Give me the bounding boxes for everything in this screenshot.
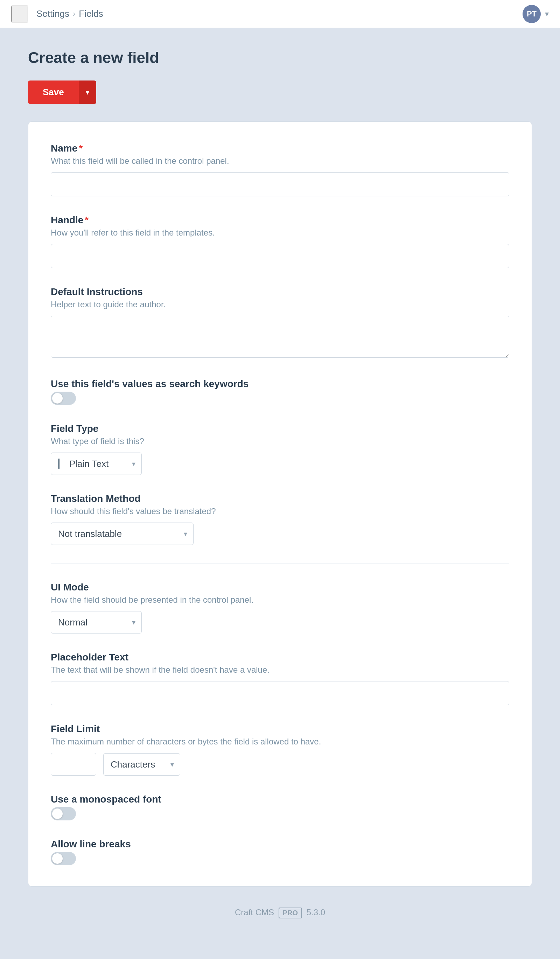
search-keywords-toggle[interactable] — [51, 392, 76, 405]
instructions-textarea[interactable] — [51, 316, 509, 358]
field-type-select[interactable]: Plain Text Rich Text Number Date Dropdow… — [51, 452, 142, 475]
field-type-label: Field Type — [51, 423, 509, 434]
ui-mode-select-wrap: Normal Large ▾ — [51, 611, 142, 634]
page-title: Create a new field — [28, 49, 532, 67]
monospaced-label: Use a monospaced font — [51, 794, 509, 805]
handle-hint: How you'll refer to this field in the te… — [51, 228, 509, 237]
toggle-slider — [51, 392, 76, 405]
field-limit-label: Field Limit — [51, 723, 509, 734]
save-dropdown-icon: ▾ — [86, 89, 89, 96]
topnav-right: PT ▾ — [523, 5, 549, 23]
footer-pro-badge: PRO — [278, 908, 302, 918]
name-label: Name* — [51, 143, 509, 154]
translation-method-hint: How should this field's values be transl… — [51, 507, 509, 516]
search-keywords-label: Use this field's values as search keywor… — [51, 378, 509, 390]
field-limit-unit-select[interactable]: Characters Bytes — [103, 753, 180, 776]
ui-mode-group: UI Mode How the field should be presente… — [51, 582, 509, 634]
name-field-group: Name* What this field will be called in … — [51, 143, 509, 196]
field-limit-unit-select-wrap: Characters Bytes ▾ — [103, 753, 180, 776]
line-breaks-toggle-wrap — [51, 852, 509, 865]
handle-input[interactable] — [51, 244, 509, 268]
monospaced-toggle-slider — [51, 807, 76, 820]
line-breaks-label: Allow line breaks — [51, 839, 509, 850]
footer-brand: Craft CMS — [235, 908, 274, 917]
save-button[interactable]: Save — [28, 81, 79, 104]
breadcrumb: Settings › Fields — [37, 8, 103, 19]
monospaced-group: Use a monospaced font — [51, 794, 509, 820]
translation-method-label: Translation Method — [51, 493, 509, 504]
monospaced-toggle-wrap — [51, 807, 509, 820]
avatar-chevron-icon[interactable]: ▾ — [545, 10, 549, 19]
field-type-hint: What type of field is this? — [51, 436, 509, 446]
search-keywords-group: Use this field's values as search keywor… — [51, 378, 509, 405]
placeholder-text-hint: The text that will be shown if the field… — [51, 665, 509, 675]
monospaced-toggle[interactable] — [51, 807, 76, 820]
instructions-label: Default Instructions — [51, 286, 509, 298]
name-input[interactable] — [51, 172, 509, 196]
translation-method-select[interactable]: Not translatable Translate for each site… — [51, 523, 194, 545]
placeholder-text-label: Placeholder Text — [51, 652, 509, 663]
ui-mode-label: UI Mode — [51, 582, 509, 593]
field-limit-number-input[interactable] — [51, 753, 96, 776]
translation-method-select-wrap: Not translatable Translate for each site… — [51, 523, 194, 545]
field-limit-row: Characters Bytes ▾ — [51, 753, 509, 776]
instructions-field-group: Default Instructions Helper text to guid… — [51, 286, 509, 360]
hamburger-button[interactable] — [11, 6, 28, 22]
placeholder-text-group: Placeholder Text The text that will be s… — [51, 652, 509, 705]
avatar[interactable]: PT — [523, 5, 541, 23]
topnav: Settings › Fields PT ▾ — [0, 0, 560, 28]
field-limit-hint: The maximum number of characters or byte… — [51, 737, 509, 747]
search-keywords-toggle-wrap — [51, 392, 509, 405]
ui-mode-select[interactable]: Normal Large — [51, 611, 142, 634]
line-breaks-toggle-slider — [51, 852, 76, 865]
footer-version: 5.3.0 — [307, 908, 325, 917]
handle-field-group: Handle* How you'll refer to this field i… — [51, 215, 509, 268]
line-breaks-toggle[interactable] — [51, 852, 76, 865]
save-button-group: Save ▾ — [28, 81, 532, 104]
field-type-select-wrap: ┃ Plain Text Rich Text Number Date Dropd… — [51, 452, 142, 475]
handle-required-star: * — [85, 215, 89, 225]
translation-method-group: Translation Method How should this field… — [51, 493, 509, 545]
field-type-group: Field Type What type of field is this? ┃… — [51, 423, 509, 475]
ui-mode-hint: How the field should be presented in the… — [51, 595, 509, 605]
breadcrumb-settings[interactable]: Settings — [37, 8, 69, 19]
save-dropdown-button[interactable]: ▾ — [79, 81, 96, 104]
handle-label: Handle* — [51, 215, 509, 226]
name-hint: What this field will be called in the co… — [51, 156, 509, 166]
placeholder-text-input[interactable] — [51, 681, 509, 705]
breadcrumb-fields[interactable]: Fields — [79, 8, 103, 19]
form-card: Name* What this field will be called in … — [28, 121, 532, 887]
field-limit-group: Field Limit The maximum number of charac… — [51, 723, 509, 776]
main-content: Create a new field Save ▾ Name* What thi… — [0, 28, 560, 953]
instructions-hint: Helper text to guide the author. — [51, 299, 509, 309]
line-breaks-group: Allow line breaks — [51, 839, 509, 865]
breadcrumb-separator: › — [73, 10, 75, 19]
section-divider — [51, 563, 509, 564]
name-required-star: * — [79, 143, 83, 154]
footer: Craft CMS PRO 5.3.0 — [28, 887, 532, 932]
